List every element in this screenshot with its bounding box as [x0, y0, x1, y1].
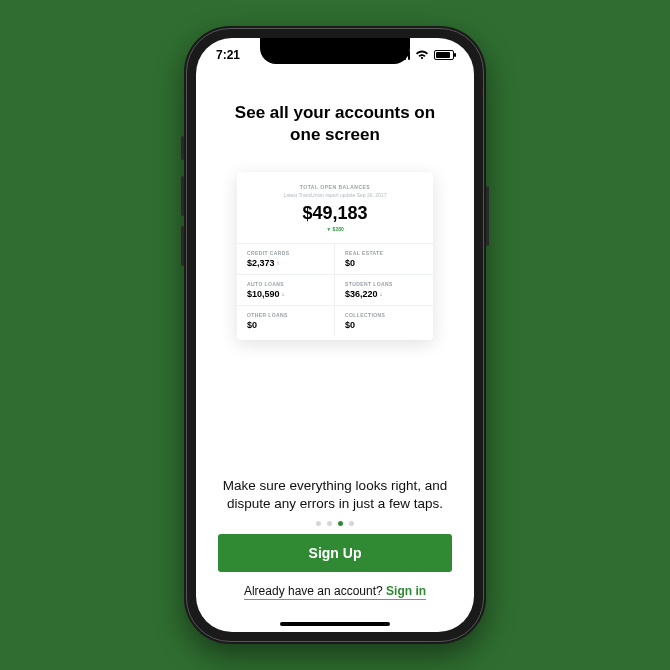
phone-notch — [260, 38, 410, 64]
page-dot[interactable] — [338, 521, 343, 526]
balances-total-block: TOTAL OPEN BALANCES Latest TransUnion re… — [237, 184, 433, 238]
page-dot[interactable] — [327, 521, 332, 526]
balance-cell-label: OTHER LOANS — [247, 312, 324, 318]
balances-card: TOTAL OPEN BALANCES Latest TransUnion re… — [237, 172, 433, 340]
balances-grid: CREDIT CARDS$2,373↑REAL ESTATE$0AUTO LOA… — [237, 243, 433, 336]
sign-in-link[interactable]: Sign in — [386, 584, 426, 600]
phone-screen: 7:21 See all your accounts on one screen… — [196, 38, 474, 632]
balance-cell-value: $10,590↓ — [247, 289, 324, 299]
total-delta: ▼ $280 — [247, 226, 423, 232]
total-amount: $49,183 — [247, 203, 423, 224]
onboarding-content: See all your accounts on one screen TOTA… — [196, 72, 474, 612]
sign-up-button[interactable]: Sign Up — [218, 534, 452, 572]
balance-cell-label: STUDENT LOANS — [345, 281, 423, 287]
balance-cell-value: $0 — [345, 320, 423, 330]
page-dot[interactable] — [316, 521, 321, 526]
volume-down-button — [181, 226, 184, 266]
page-title: See all your accounts on one screen — [228, 102, 442, 146]
balance-cell: STUDENT LOANS$36,220↓ — [335, 274, 433, 305]
arrow-down-icon: ↓ — [380, 291, 383, 297]
balance-cell: AUTO LOANS$10,590↓ — [237, 274, 335, 305]
arrow-up-icon: ↑ — [277, 260, 280, 266]
power-button — [486, 186, 489, 246]
volume-up-button — [181, 176, 184, 216]
balance-cell-label: REAL ESTATE — [345, 250, 423, 256]
page-dot[interactable] — [349, 521, 354, 526]
balance-cell: CREDIT CARDS$2,373↑ — [237, 243, 335, 274]
battery-icon — [434, 50, 454, 60]
balance-cell-label: CREDIT CARDS — [247, 250, 324, 256]
wifi-icon — [415, 50, 429, 60]
arrow-down-icon: ↓ — [282, 291, 285, 297]
balance-cell-value: $0 — [345, 258, 423, 268]
balance-cell-label: COLLECTIONS — [345, 312, 423, 318]
sign-in-prelude: Already have an account? — [244, 584, 386, 600]
balance-cell: OTHER LOANS$0 — [237, 305, 335, 336]
status-time: 7:21 — [216, 48, 240, 62]
balance-cell-value: $0 — [247, 320, 324, 330]
balance-cell-value: $2,373↑ — [247, 258, 324, 268]
phone-mockup-frame: 7:21 See all your accounts on one screen… — [184, 26, 486, 644]
page-indicator[interactable] — [218, 521, 452, 526]
sign-in-row[interactable]: Already have an account? Sign in — [218, 584, 452, 600]
total-open-balances-label: TOTAL OPEN BALANCES — [247, 184, 423, 190]
balance-cell-label: AUTO LOANS — [247, 281, 324, 287]
balance-cell-value: $36,220↓ — [345, 289, 423, 299]
balance-cell: COLLECTIONS$0 — [335, 305, 433, 336]
balance-cell: REAL ESTATE$0 — [335, 243, 433, 274]
home-indicator[interactable] — [280, 622, 390, 626]
report-update-text: Latest TransUnion report update Sep 26, … — [247, 192, 423, 198]
mute-switch — [181, 136, 184, 160]
page-subtitle: Make sure everything looks right, and di… — [218, 477, 452, 513]
